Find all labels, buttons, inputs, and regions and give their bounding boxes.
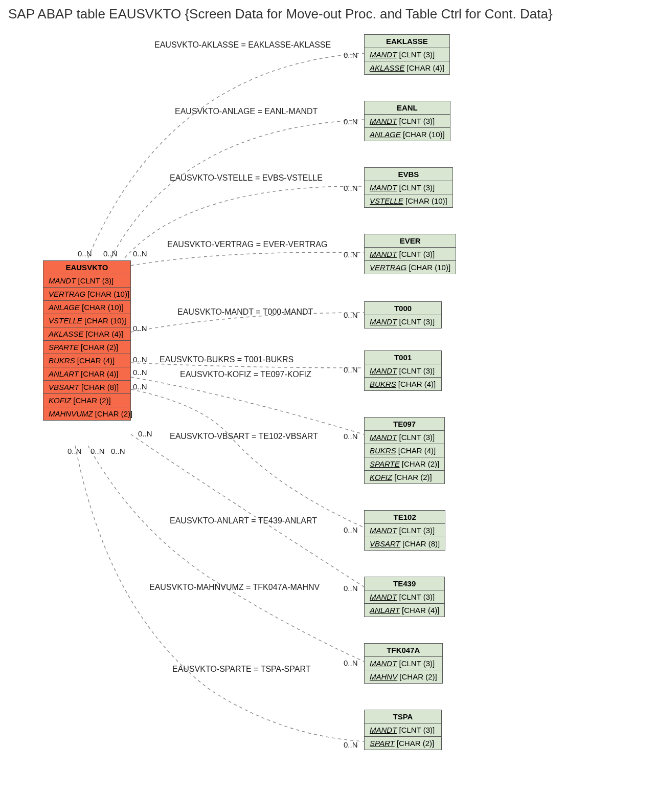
table-tfk047a: TFK047AMANDT [CLNT (3)]MAHNV [CHAR (2)]: [364, 643, 443, 684]
table-title: EANL: [365, 101, 450, 115]
cardinality-label: 0..N: [138, 429, 152, 438]
table-eaklasse: EAKLASSEMANDT [CLNT (3)]AKLASSE [CHAR (4…: [364, 34, 450, 75]
field-row: VSTELLE [CHAR (10)]: [43, 314, 130, 327]
table-title: EAKLASSE: [365, 35, 449, 48]
field-row: MANDT [CLNT (3)]: [365, 48, 449, 61]
join-condition-label: EAUSVKTO-ANLART = TE439-ANLART: [170, 516, 317, 525]
field-row: VERTRAG [CHAR (10)]: [365, 261, 456, 274]
join-condition-label: EAUSVKTO-VSTELLE = EVBS-VSTELLE: [170, 173, 323, 183]
cardinality-label: 0..N: [91, 447, 105, 455]
field-row: ANLART [CHAR (4)]: [43, 367, 130, 381]
field-row: KOFIZ [CHAR (2)]: [365, 471, 444, 484]
cardinality-label: 0..N: [344, 311, 358, 319]
cardinality-label: 0..N: [344, 250, 358, 259]
field-row: MANDT [CLNT (3)]: [365, 723, 441, 737]
cardinality-label: 0..N: [344, 51, 358, 59]
cardinality-label: 0..N: [111, 447, 125, 455]
cardinality-label: 0..N: [133, 249, 147, 258]
cardinality-label: 0..N: [344, 117, 358, 126]
field-row: MAHNV [CHAR (2)]: [365, 670, 442, 683]
field-row: BUKRS [CHAR (4)]: [365, 378, 441, 390]
field-row: VBSART [CHAR (8)]: [43, 381, 130, 394]
page-title: SAP ABAP table EAUSVKTO {Screen Data for…: [8, 6, 650, 22]
table-te102: TE102MANDT [CLNT (3)]VBSART [CHAR (8)]: [364, 510, 445, 551]
field-row: MANDT [CLNT (3)]: [365, 524, 445, 537]
table-eausvkto: EAUSVKTO MANDT [CLNT (3)]VERTRAG [CHAR (…: [43, 260, 131, 421]
cardinality-label: 0..N: [344, 525, 358, 534]
field-row: SPARTE [CHAR (2)]: [43, 341, 130, 354]
field-row: MANDT [CLNT (3)]: [365, 431, 444, 444]
table-title: TFK047A: [365, 644, 442, 657]
field-row: AKLASSE [CHAR (4)]: [43, 327, 130, 341]
field-row: SPARTE [CHAR (2)]: [365, 457, 444, 471]
field-row: KOFIZ [CHAR (2)]: [43, 394, 130, 407]
cardinality-label: 0..N: [344, 365, 358, 374]
field-row: MANDT [CLNT (3)]: [365, 115, 450, 128]
cardinality-label: 0..N: [344, 432, 358, 441]
table-tspa: TSPAMANDT [CLNT (3)]SPART [CHAR (2)]: [364, 710, 442, 750]
table-title: T001: [365, 351, 441, 364]
field-row: MANDT [CLNT (3)]: [365, 248, 456, 261]
field-row: MAHNVUMZ [CHAR (2)]: [43, 407, 130, 420]
cardinality-label: 0..N: [67, 447, 82, 455]
join-condition-label: EAUSVKTO-BUKRS = T001-BUKRS: [160, 355, 293, 364]
field-row: SPART [CHAR (2)]: [365, 737, 441, 750]
table-title: EVER: [365, 234, 456, 248]
field-row: ANLART [CHAR (4)]: [365, 604, 444, 617]
join-condition-label: EAUSVKTO-KOFIZ = TE097-KOFIZ: [180, 370, 311, 379]
cardinality-label: 0..N: [133, 382, 147, 391]
field-row: MANDT [CLNT (3)]: [365, 181, 453, 194]
field-row: AKLASSE [CHAR (4)]: [365, 61, 449, 74]
table-title: EAUSVKTO: [43, 261, 130, 274]
join-condition-label: EAUSVKTO-AKLASSE = EAKLASSE-AKLASSE: [154, 40, 331, 50]
field-row: MANDT [CLNT (3)]: [365, 315, 441, 328]
table-ever: EVERMANDT [CLNT (3)]VERTRAG [CHAR (10)]: [364, 234, 456, 274]
cardinality-label: 0..N: [103, 249, 118, 258]
table-title: EVBS: [365, 168, 453, 181]
join-condition-label: EAUSVKTO-ANLAGE = EANL-MANDT: [175, 107, 318, 116]
field-row: MANDT [CLNT (3)]: [365, 590, 444, 604]
field-row: VERTRAG [CHAR (10)]: [43, 288, 130, 301]
field-row: ANLAGE [CHAR (10)]: [365, 128, 450, 141]
field-row: VBSART [CHAR (8)]: [365, 537, 445, 550]
table-t000: T000MANDT [CLNT (3)]: [364, 301, 442, 328]
table-t001: T001MANDT [CLNT (3)]BUKRS [CHAR (4)]: [364, 350, 442, 391]
cardinality-label: 0..N: [78, 249, 92, 258]
field-row: ANLAGE [CHAR (10)]: [43, 301, 130, 314]
join-condition-label: EAUSVKTO-MAHNVUMZ = TFK047A-MAHNV: [149, 583, 320, 592]
cardinality-label: 0..N: [344, 184, 358, 192]
cardinality-label: 0..N: [133, 324, 147, 333]
table-title: TE439: [365, 577, 444, 590]
cardinality-label: 0..N: [133, 355, 147, 364]
table-title: TE097: [365, 418, 444, 431]
join-condition-label: EAUSVKTO-VERTRAG = EVER-VERTRAG: [167, 240, 327, 249]
field-row: MANDT [CLNT (3)]: [43, 274, 130, 288]
table-evbs: EVBSMANDT [CLNT (3)]VSTELLE [CHAR (10)]: [364, 167, 453, 208]
table-te439: TE439MANDT [CLNT (3)]ANLART [CHAR (4)]: [364, 577, 445, 617]
table-title: TE102: [365, 511, 445, 524]
table-title: TSPA: [365, 710, 441, 723]
field-row: BUKRS [CHAR (4)]: [43, 354, 130, 367]
join-condition-label: EAUSVKTO-MANDT = T000-MANDT: [177, 308, 313, 317]
cardinality-label: 0..N: [344, 740, 358, 749]
table-te097: TE097MANDT [CLNT (3)]BUKRS [CHAR (4)]SPA…: [364, 417, 445, 484]
table-eanl: EANLMANDT [CLNT (3)]ANLAGE [CHAR (10)]: [364, 101, 450, 141]
cardinality-label: 0..N: [344, 659, 358, 667]
field-row: MANDT [CLNT (3)]: [365, 364, 441, 378]
join-condition-label: EAUSVKTO-VBSART = TE102-VBSART: [170, 432, 318, 441]
cardinality-label: 0..N: [133, 368, 147, 377]
field-row: BUKRS [CHAR (4)]: [365, 444, 444, 457]
er-diagram-canvas: EAUSVKTO MANDT [CLNT (3)]VERTRAG [CHAR (…: [6, 25, 650, 812]
field-row: MANDT [CLNT (3)]: [365, 657, 442, 670]
join-condition-label: EAUSVKTO-SPARTE = TSPA-SPART: [172, 665, 310, 674]
field-row: VSTELLE [CHAR (10)]: [365, 194, 453, 207]
cardinality-label: 0..N: [344, 584, 358, 592]
table-title: T000: [365, 302, 441, 315]
